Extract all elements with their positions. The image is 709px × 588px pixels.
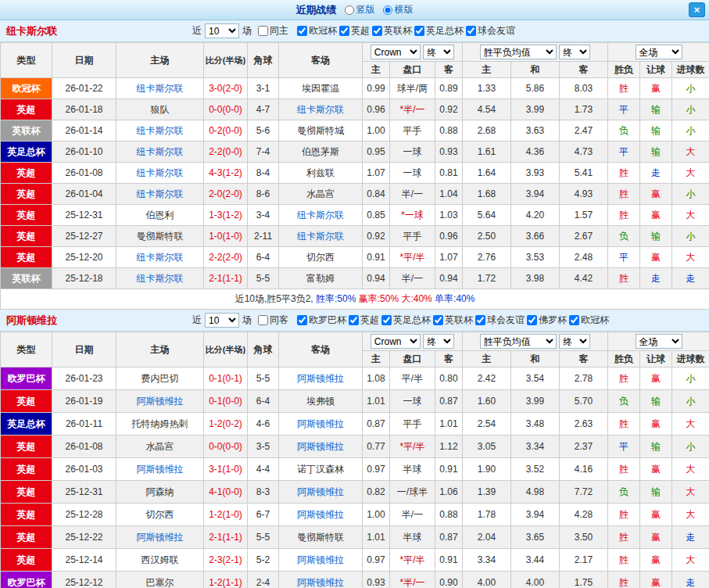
scope-select[interactable]: 全场 xyxy=(636,45,682,59)
europe-odds-select[interactable]: 胜平负均值 xyxy=(480,45,557,59)
europe-odds-select[interactable]: 胜平负均值 xyxy=(480,334,557,349)
league-filter[interactable]: 佛罗杯 xyxy=(527,314,567,327)
match-date: 26-01-11 xyxy=(52,413,116,436)
layout-vertical-option[interactable]: 竖版 xyxy=(345,3,375,16)
home-team[interactable]: 纽卡斯尔联 xyxy=(116,142,204,163)
league-filter[interactable]: 英联杯 xyxy=(372,24,412,38)
league-filter[interactable]: 球会友谊 xyxy=(475,314,525,327)
same-venue-filter[interactable]: 同主 xyxy=(258,24,288,38)
match-count-select[interactable]: 10 xyxy=(205,313,239,328)
home-team[interactable]: 西汉姆联 xyxy=(116,549,204,572)
away-team[interactable]: 伯恩茅斯 xyxy=(279,142,363,163)
team-name[interactable]: 纽卡斯尔联 xyxy=(6,24,186,38)
away-team[interactable]: 曼彻斯特城 xyxy=(279,120,363,142)
league-filter[interactable]: 英超 xyxy=(339,24,370,38)
corner-count: 7-4 xyxy=(248,142,279,163)
match-count-select[interactable]: 10 xyxy=(205,23,239,38)
vertical-radio[interactable] xyxy=(345,5,354,15)
euro-draw-odds: 4.98 xyxy=(511,481,560,504)
corner-count: 4-6 xyxy=(248,413,279,436)
league-filter[interactable]: 欧罗巴杯 xyxy=(297,314,346,327)
away-team[interactable]: 阿斯顿维拉 xyxy=(279,413,363,436)
goals-result: 大 xyxy=(672,504,709,526)
league-checkbox[interactable] xyxy=(349,315,359,325)
away-team[interactable]: 阿斯顿维拉 xyxy=(279,504,363,526)
col-euro-draw: 和 xyxy=(511,62,560,78)
league-checkbox[interactable] xyxy=(381,315,392,325)
league-checkbox[interactable] xyxy=(527,315,537,325)
home-team[interactable]: 托特纳姆热刺 xyxy=(116,413,204,436)
home-team[interactable]: 纽卡斯尔联 xyxy=(116,184,204,205)
league-label: 欧罗巴杯 xyxy=(309,314,346,327)
home-team[interactable]: 狼队 xyxy=(116,99,204,120)
handicap-line: *半/一 xyxy=(390,99,435,120)
home-team[interactable]: 阿斯顿维拉 xyxy=(116,390,204,413)
home-team[interactable]: 纽卡斯尔联 xyxy=(116,120,204,142)
league-filter[interactable]: 欧冠杯 xyxy=(297,24,337,38)
horizontal-radio[interactable] xyxy=(383,5,392,15)
league-checkbox[interactable] xyxy=(475,315,485,325)
league-filter[interactable]: 英联杯 xyxy=(433,314,473,327)
away-team[interactable]: 埃因霍温 xyxy=(279,78,363,99)
away-team[interactable]: 阿斯顿维拉 xyxy=(279,481,363,504)
europe-time-select[interactable]: 终 xyxy=(559,45,590,59)
same-venue-checkbox[interactable] xyxy=(258,26,268,36)
home-team[interactable]: 巴塞尔 xyxy=(116,572,204,588)
asian-away-odds: 0.81 xyxy=(435,163,463,184)
away-team[interactable]: 埃弗顿 xyxy=(279,390,363,413)
handicap-line: *平/半 xyxy=(390,247,435,268)
away-team[interactable]: 富勒姆 xyxy=(279,268,363,289)
league-checkbox[interactable] xyxy=(372,26,382,36)
team-name[interactable]: 阿斯顿维拉 xyxy=(6,314,186,328)
away-team[interactable]: 纽卡斯尔联 xyxy=(279,226,363,247)
league-checkbox[interactable] xyxy=(466,26,476,36)
home-team[interactable]: 切尔西 xyxy=(116,504,204,526)
europe-time-select[interactable]: 终 xyxy=(559,334,590,349)
col-euro-home: 主 xyxy=(463,351,511,368)
away-team[interactable]: 纽卡斯尔联 xyxy=(279,205,363,226)
same-venue-checkbox[interactable] xyxy=(258,315,268,325)
league-filter[interactable]: 英超 xyxy=(349,314,379,327)
league-checkbox[interactable] xyxy=(569,315,579,325)
asian-away-odds: 0.90 xyxy=(435,572,463,588)
league-checkbox[interactable] xyxy=(433,315,443,325)
league-checkbox[interactable] xyxy=(339,26,349,36)
home-team[interactable]: 费内巴切 xyxy=(116,368,204,390)
away-team[interactable]: 切尔西 xyxy=(279,247,363,268)
home-team[interactable]: 曼彻斯特联 xyxy=(116,226,204,247)
home-team[interactable]: 阿森纳 xyxy=(116,481,204,504)
close-button[interactable]: × xyxy=(689,2,705,17)
home-team[interactable]: 纽卡斯尔联 xyxy=(116,268,204,289)
home-team[interactable]: 阿斯顿维拉 xyxy=(116,526,204,549)
home-team[interactable]: 伯恩利 xyxy=(116,205,204,226)
bookmaker-select[interactable]: Crown xyxy=(371,334,421,349)
bookmaker-time-select[interactable]: 终 xyxy=(423,334,454,349)
away-team[interactable]: 纽卡斯尔联 xyxy=(279,99,363,120)
home-team[interactable]: 水晶宫 xyxy=(116,436,204,458)
away-team[interactable]: 诺丁汉森林 xyxy=(279,458,363,481)
home-team[interactable]: 纽卡斯尔联 xyxy=(116,247,204,268)
league-filter[interactable]: 球会友谊 xyxy=(466,24,515,38)
league-filter[interactable]: 欧冠杯 xyxy=(569,314,609,327)
away-team[interactable]: 阿斯顿维拉 xyxy=(279,549,363,572)
bookmaker-select[interactable]: Crown xyxy=(371,45,421,59)
home-team[interactable]: 阿斯顿维拉 xyxy=(116,458,204,481)
away-team[interactable]: 利兹联 xyxy=(279,163,363,184)
home-team[interactable]: 纽卡斯尔联 xyxy=(116,163,204,184)
league-checkbox[interactable] xyxy=(297,315,307,325)
scope-select[interactable]: 全场 xyxy=(636,334,682,349)
layout-horizontal-option[interactable]: 横版 xyxy=(383,3,414,16)
league-filter[interactable]: 英足总杯 xyxy=(381,314,431,327)
away-team[interactable]: 阿斯顿维拉 xyxy=(279,368,363,390)
league-filter[interactable]: 英足总杯 xyxy=(414,24,464,38)
away-team[interactable]: 阿斯顿维拉 xyxy=(279,572,363,588)
score: 2-1(1-1) xyxy=(204,526,248,549)
away-team[interactable]: 曼彻斯特联 xyxy=(279,526,363,549)
away-team[interactable]: 阿斯顿维拉 xyxy=(279,436,363,458)
league-checkbox[interactable] xyxy=(297,26,307,36)
bookmaker-time-select[interactable]: 终 xyxy=(423,45,454,59)
home-team[interactable]: 纽卡斯尔联 xyxy=(116,78,204,99)
league-checkbox[interactable] xyxy=(414,26,424,36)
away-team[interactable]: 水晶宫 xyxy=(279,184,363,205)
same-venue-filter[interactable]: 同客 xyxy=(258,314,288,327)
